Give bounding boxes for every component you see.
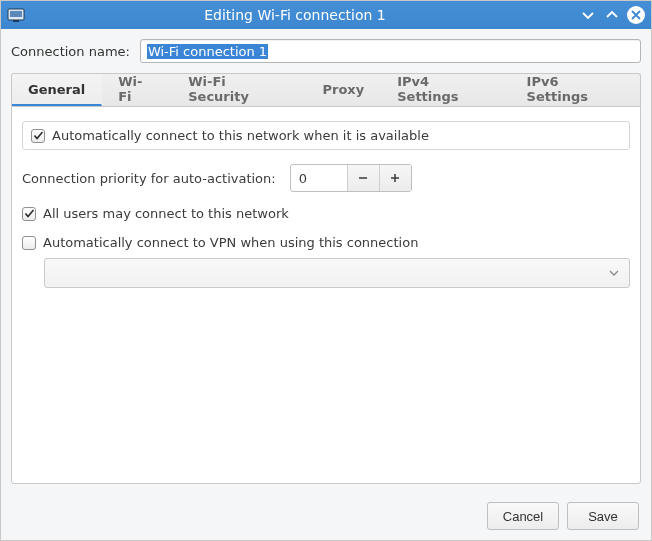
dialog-buttons: Cancel Save xyxy=(1,494,651,540)
priority-increment-button[interactable] xyxy=(379,165,411,191)
vpn-label: Automatically connect to VPN when using … xyxy=(43,235,418,250)
maximize-icon[interactable] xyxy=(603,6,621,24)
tab-label: Wi-Fi xyxy=(118,74,155,104)
tab-label: General xyxy=(28,82,85,97)
auto-connect-label: Automatically connect to this network wh… xyxy=(52,128,429,143)
window-controls xyxy=(579,6,645,24)
auto-connect-row: Automatically connect to this network wh… xyxy=(22,121,630,150)
svg-rect-3 xyxy=(359,177,367,179)
tab-bar: General Wi-Fi Wi-Fi Security Proxy IPv4 … xyxy=(11,73,641,106)
svg-rect-1 xyxy=(10,11,22,17)
svg-rect-5 xyxy=(394,174,396,182)
connection-name-value: Wi-Fi connection 1 xyxy=(147,44,268,59)
tab-wifi-security[interactable]: Wi-Fi Security xyxy=(172,74,306,106)
all-users-label: All users may connect to this network xyxy=(43,206,289,221)
all-users-checkbox[interactable] xyxy=(22,207,36,221)
window-title: Editing Wi-Fi connection 1 xyxy=(31,7,579,23)
connection-name-input[interactable]: Wi-Fi connection 1 xyxy=(140,39,641,63)
titlebar: Editing Wi-Fi connection 1 xyxy=(1,1,651,29)
priority-row: Connection priority for auto-activation:… xyxy=(22,164,630,192)
tab-label: Proxy xyxy=(322,82,364,97)
tab-ipv6[interactable]: IPv6 Settings xyxy=(511,74,640,106)
vpn-section: Automatically connect to VPN when using … xyxy=(22,235,630,288)
dialog-window: Editing Wi-Fi connection 1 Connection na… xyxy=(0,0,652,541)
connection-name-row: Connection name: Wi-Fi connection 1 xyxy=(11,39,641,63)
vpn-row: Automatically connect to VPN when using … xyxy=(22,235,630,250)
auto-connect-checkbox[interactable] xyxy=(31,129,45,143)
priority-label: Connection priority for auto-activation: xyxy=(22,171,276,186)
tab-wifi[interactable]: Wi-Fi xyxy=(102,74,172,106)
tab-label: IPv4 Settings xyxy=(397,74,493,104)
tab-panel-general: Automatically connect to this network wh… xyxy=(11,106,641,484)
plus-icon xyxy=(389,172,401,184)
priority-decrement-button[interactable] xyxy=(347,165,379,191)
minus-icon xyxy=(357,172,369,184)
connection-name-label: Connection name: xyxy=(11,44,130,59)
tab-label: IPv6 Settings xyxy=(527,74,623,104)
save-button[interactable]: Save xyxy=(567,502,639,530)
close-icon[interactable] xyxy=(627,6,645,24)
tab-label: Wi-Fi Security xyxy=(188,74,289,104)
priority-input[interactable]: 0 xyxy=(291,165,347,191)
minimize-icon[interactable] xyxy=(579,6,597,24)
tab-proxy[interactable]: Proxy xyxy=(306,74,381,106)
cancel-button[interactable]: Cancel xyxy=(487,502,559,530)
tab-general[interactable]: General xyxy=(12,74,102,106)
svg-rect-2 xyxy=(13,20,19,22)
app-icon xyxy=(7,6,25,24)
all-users-row: All users may connect to this network xyxy=(22,206,630,221)
chevron-down-icon xyxy=(609,268,619,278)
vpn-checkbox[interactable] xyxy=(22,236,36,250)
priority-spinner: 0 xyxy=(290,164,412,192)
tab-ipv4[interactable]: IPv4 Settings xyxy=(381,74,510,106)
content-area: Connection name: Wi-Fi connection 1 Gene… xyxy=(1,29,651,494)
vpn-select[interactable] xyxy=(44,258,630,288)
